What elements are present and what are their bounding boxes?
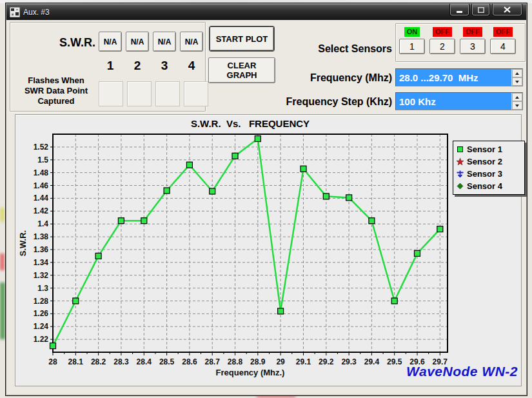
sensor-state-indicator: OFF <box>493 27 513 37</box>
close-icon <box>504 6 511 13</box>
svg-text:1.32: 1.32 <box>34 271 49 280</box>
svg-text:1.36: 1.36 <box>34 245 49 254</box>
minimize-button[interactable] <box>449 4 469 16</box>
flash-caption-line: Captured <box>11 96 101 106</box>
frequency-label: Frequency (Mhz) <box>251 72 392 84</box>
maximize-icon <box>478 7 484 13</box>
legend-item: Sensor 2 <box>456 155 522 168</box>
sensor-select-cluster: ON 1 OFF 2 OFF 3 OFF 4 <box>399 27 516 54</box>
select-sensors-label: Select Sensors <box>251 43 392 55</box>
frequency-step-value[interactable]: 100 Khz <box>396 93 511 110</box>
aux3-window: Aux. #3 S.W.R. N/AN/AN/AN/A 1234 Flashes… <box>5 3 527 396</box>
svg-text:1.38: 1.38 <box>34 232 49 241</box>
svg-text:1.44: 1.44 <box>34 194 49 203</box>
svg-text:1.22: 1.22 <box>34 335 49 344</box>
svg-text:1.28: 1.28 <box>34 297 49 306</box>
svg-text:28.7: 28.7 <box>205 357 221 366</box>
channel-number: 4 <box>180 59 203 73</box>
svg-text:29: 29 <box>276 357 285 366</box>
sensor-column: ON 1 <box>399 27 425 54</box>
diamond-marker-icon <box>456 182 464 190</box>
svg-text:29.4: 29.4 <box>364 357 380 366</box>
svg-text:1.26: 1.26 <box>34 309 49 318</box>
channel-number: 2 <box>126 59 149 73</box>
flash-caption-line: Flashes When <box>11 75 101 86</box>
svg-text:28.2: 28.2 <box>91 357 106 366</box>
cross-marker-icon <box>456 170 464 178</box>
legend-item: Sensor 3 <box>456 168 522 180</box>
flash-indicator-row <box>99 81 208 106</box>
background-artifact <box>0 208 5 222</box>
legend-label: Sensor 4 <box>467 181 502 191</box>
channel-number: 1 <box>99 59 122 73</box>
background-artifact <box>0 254 5 270</box>
svg-text:28.4: 28.4 <box>137 357 152 366</box>
frequency-combobox[interactable]: 28.0 ...29.70 MHz <box>395 68 523 86</box>
swr-na-button[interactable]: N/A <box>126 32 149 52</box>
star-marker-icon <box>456 157 464 166</box>
svg-text:S.W.R.: S.W.R. <box>18 230 28 256</box>
swr-na-row: N/AN/AN/AN/A <box>99 32 203 52</box>
svg-text:28.9: 28.9 <box>250 357 266 366</box>
branding-text: WaveNode WN-2 <box>406 364 518 379</box>
svg-text:1.3: 1.3 <box>37 284 48 293</box>
legend-item: Sensor 1 <box>456 143 522 155</box>
svg-text:1.52: 1.52 <box>34 143 49 152</box>
close-button[interactable] <box>492 4 522 16</box>
svg-text:1.34: 1.34 <box>34 258 49 267</box>
swr-na-button[interactable]: N/A <box>153 32 176 52</box>
titlebar[interactable]: Aux. #3 <box>6 4 526 20</box>
flash-indicator <box>99 81 123 106</box>
svg-text:1.24: 1.24 <box>34 322 49 331</box>
frequency-step-combobox[interactable]: 100 Khz <box>395 92 523 110</box>
sensor-select-button[interactable]: 3 <box>460 39 486 54</box>
sensor-column: OFF 3 <box>460 27 486 54</box>
legend-label: Sensor 2 <box>467 157 502 166</box>
svg-text:1.5: 1.5 <box>37 155 48 164</box>
flash-indicator <box>184 81 208 106</box>
chart-panel: S.W.R. Vs. FREQUENCY 1.221.241.261.281.3… <box>15 114 522 386</box>
chart-legend: Sensor 1 Sensor 2 Sensor 3 Sensor 4 <box>453 141 525 195</box>
channel-number-row: 1234 <box>99 59 203 73</box>
svg-text:29.3: 29.3 <box>341 357 357 366</box>
swr-na-button[interactable]: N/A <box>99 32 122 52</box>
sensor-column: OFF 4 <box>490 27 516 54</box>
background-artifact <box>0 283 5 339</box>
legend-item: Sensor 4 <box>456 180 522 192</box>
svg-text:29.1: 29.1 <box>296 357 311 366</box>
svg-text:28.1: 28.1 <box>68 357 84 366</box>
spinner-down-icon[interactable] <box>512 101 522 110</box>
sensor-state-indicator: OFF <box>433 27 452 37</box>
svg-text:28.6: 28.6 <box>182 357 197 366</box>
svg-text:1.48: 1.48 <box>34 168 49 177</box>
svg-text:1.46: 1.46 <box>34 181 49 190</box>
sensor-column: OFF 2 <box>429 27 455 54</box>
sensor-state-indicator: OFF <box>463 27 482 37</box>
frequency-spinner <box>511 69 522 86</box>
spinner-up-icon[interactable] <box>512 69 522 77</box>
svg-text:28.3: 28.3 <box>113 357 129 366</box>
flash-caption-line: SWR Data Point <box>11 86 101 96</box>
svg-text:Frequency (Mhz.): Frequency (Mhz.) <box>216 368 285 377</box>
sensor-state-indicator: ON <box>404 27 420 37</box>
sensor-select-button[interactable]: 2 <box>429 39 455 54</box>
flash-indicator <box>127 81 152 106</box>
svg-text:28: 28 <box>48 357 57 366</box>
frequency-step-spinner <box>511 93 522 110</box>
channel-number: 3 <box>153 59 176 73</box>
swr-na-button[interactable]: N/A <box>180 32 203 52</box>
window-title: Aux. #3 <box>23 8 50 17</box>
sensor-select-button[interactable]: 4 <box>490 39 516 54</box>
maximize-button[interactable] <box>471 4 490 16</box>
spinner-up-icon[interactable] <box>512 93 522 101</box>
frequency-value[interactable]: 28.0 ...29.70 MHz <box>396 69 511 86</box>
square-marker-icon <box>456 145 464 154</box>
svg-text:29.5: 29.5 <box>387 357 402 366</box>
swr-label: S.W.R. <box>14 36 95 50</box>
legend-label: Sensor 1 <box>467 144 502 154</box>
sensor-select-button[interactable]: 1 <box>399 39 425 54</box>
legend-label: Sensor 3 <box>467 169 502 179</box>
svg-text:1.42: 1.42 <box>34 206 49 215</box>
spinner-down-icon[interactable] <box>512 77 522 86</box>
svg-text:1.4: 1.4 <box>37 219 48 228</box>
